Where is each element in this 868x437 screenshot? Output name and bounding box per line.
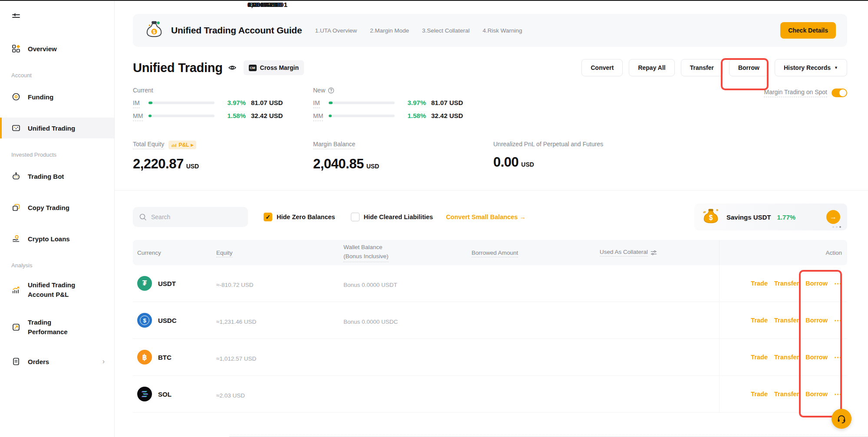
sidebar-item-label: Unified TradingAccount P&L — [28, 280, 75, 300]
crypto-loans-icon — [11, 234, 21, 243]
currency-symbol: BTC — [158, 354, 172, 361]
page-title: Unified Trading — [133, 61, 223, 75]
sidebar-item-trading-performance[interactable]: TradingPerformance — [0, 314, 114, 341]
currency-symbol: USDC — [158, 317, 177, 324]
pnl-chart-mini-icon — [172, 142, 177, 148]
sidebar-item-label: TradingPerformance — [28, 318, 68, 337]
asset-table: Currency Equity Wallet Balance(Bonus Inc… — [133, 240, 847, 413]
usdt-coin-icon: ₮ — [137, 276, 152, 291]
im-label: IM — [133, 99, 140, 108]
sidebar-item-label: Funding — [28, 93, 53, 101]
search-icon — [139, 213, 147, 221]
sidebar-item-label: Copy Trading — [28, 204, 69, 211]
chevron-right-icon: › — [102, 358, 105, 365]
unified-trading-page: Overview Account Funding Unified Trading — [0, 0, 868, 437]
col-currency: Currency — [133, 250, 212, 256]
sol-coin-icon — [137, 387, 152, 401]
trading-performance-icon — [11, 323, 21, 332]
sidebar-section-invested: Invested Products — [0, 149, 114, 166]
trading-bot-icon — [11, 172, 21, 181]
support-button[interactable] — [832, 409, 851, 429]
sidebar-collapse-icon[interactable] — [11, 12, 114, 23]
table-row-sol: SOL 0.00999000 ≈2.03 USD 0.00999000 0.00… — [133, 376, 847, 413]
sidebar-section-account: Account — [0, 69, 114, 86]
sidebar-item-label: Trading Bot — [28, 173, 64, 180]
sidebar-item-funding[interactable]: Funding — [0, 86, 114, 107]
usdc-coin-icon: $ — [137, 313, 152, 328]
btc-coin-icon: ฿ — [137, 350, 152, 365]
sidebar-section-analysis: Analysis — [0, 260, 114, 276]
unified-trading-icon — [11, 124, 21, 132]
svg-text:$: $ — [153, 29, 155, 34]
pnl-badge[interactable]: P&L ▸ — [168, 141, 196, 149]
sidebar-item-trading-bot[interactable]: Trading Bot — [0, 166, 114, 187]
sidebar-item-uta-pnl[interactable]: Unified TradingAccount P&L — [0, 276, 114, 303]
sidebar-item-unified-trading[interactable]: Unified Trading — [0, 118, 114, 138]
copy-trading-icon — [11, 203, 21, 212]
sidebar-item-label: Overview — [28, 45, 57, 53]
mm-progress-bar — [149, 115, 215, 117]
pnl-chart-icon — [11, 286, 21, 294]
currency-symbol: SOL — [158, 391, 172, 398]
guide-moneybag-icon: $ — [144, 20, 164, 41]
sidebar-item-label: Unified Trading — [28, 125, 75, 132]
sidebar-item-copy-trading[interactable]: Copy Trading — [0, 197, 114, 218]
sidebar-item-orders[interactable]: Orders › — [0, 351, 114, 372]
funding-icon — [11, 92, 21, 101]
sidebar-item-label: Orders — [28, 358, 49, 365]
borrowed-amount: 0.00000000 — [229, 1, 868, 437]
currency-symbol: USDT — [158, 280, 176, 287]
im-progress-bar — [149, 102, 215, 104]
overview-icon — [11, 44, 21, 53]
headset-icon — [836, 414, 847, 424]
sidebar: Overview Account Funding Unified Trading — [0, 1, 115, 437]
total-equity-label: Total Equity — [133, 141, 164, 149]
orders-icon — [11, 357, 21, 366]
mm-label: MM — [133, 112, 143, 121]
sidebar-item-label: Crypto Loans — [28, 235, 70, 243]
main-content: $ Unified Trading Account Guide 1.UTA Ov… — [115, 1, 868, 437]
sidebar-item-crypto-loans[interactable]: Crypto Loans — [0, 228, 114, 249]
sidebar-item-overview[interactable]: Overview — [0, 38, 114, 59]
pnl-caret-icon: ▸ — [191, 142, 193, 148]
